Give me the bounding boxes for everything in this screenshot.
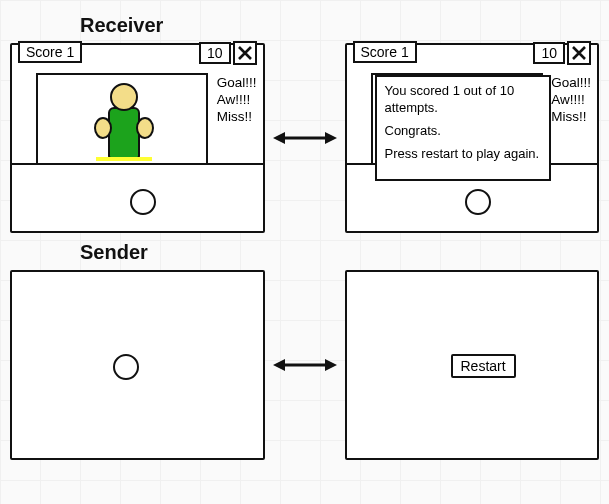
- event-feed: Goal!!! Aw!!!! Miss!!: [217, 75, 257, 126]
- score-label: Score: [361, 44, 398, 60]
- svg-marker-4: [273, 359, 285, 371]
- close-icon: [237, 45, 253, 61]
- receiver-title: Receiver: [80, 14, 599, 37]
- ball-icon[interactable]: [130, 189, 156, 215]
- modal-line: Press restart to play again.: [385, 146, 542, 163]
- ball-icon: [465, 189, 491, 215]
- score-value: 1: [401, 44, 409, 60]
- score-value: 1: [67, 44, 75, 60]
- double-arrow-icon: [273, 355, 337, 375]
- svg-marker-2: [325, 132, 337, 144]
- sender-row: Restart: [10, 270, 599, 460]
- score-badge: Score 1: [18, 41, 82, 63]
- result-modal: You scored 1 out of 10 attempts. Congrat…: [375, 75, 552, 181]
- event-feed: Goal!!! Aw!!!! Miss!!: [551, 75, 591, 126]
- feed-line: Miss!!: [217, 109, 257, 126]
- attempts-badge: 10: [533, 41, 591, 65]
- sender-panel-game: [10, 270, 265, 460]
- goalkeeper: [94, 83, 154, 165]
- attempts-value: 10: [199, 42, 231, 64]
- feed-line: Miss!!: [551, 109, 591, 126]
- sender-panel-restart: Restart: [345, 270, 600, 460]
- modal-line: You scored 1 out of 10 attempts.: [385, 83, 542, 117]
- ball-icon[interactable]: [113, 354, 139, 380]
- attempts-value: 10: [533, 42, 565, 64]
- score-badge: Score 1: [353, 41, 417, 63]
- feed-line: Aw!!!!: [551, 92, 591, 109]
- close-button[interactable]: [233, 41, 257, 65]
- receiver-panel-result: Score 1 10 Goal!!! Aw!!!! Miss!! You sco…: [345, 43, 600, 233]
- svg-marker-1: [273, 132, 285, 144]
- ground-line: [12, 163, 263, 165]
- attempts-badge: 10: [199, 41, 257, 65]
- receiver-panel-game: Score 1 10 Goal!!! Aw!!!! Miss!!: [10, 43, 265, 233]
- sender-title: Sender: [80, 241, 599, 264]
- feed-line: Goal!!!: [551, 75, 591, 92]
- restart-button[interactable]: Restart: [451, 354, 516, 378]
- close-button[interactable]: [567, 41, 591, 65]
- receiver-row: Score 1 10 Goal!!! Aw!!!! Miss!!: [10, 43, 599, 233]
- close-icon: [571, 45, 587, 61]
- svg-marker-5: [325, 359, 337, 371]
- double-arrow-icon: [273, 128, 337, 148]
- score-label: Score: [26, 44, 63, 60]
- feed-line: Goal!!!: [217, 75, 257, 92]
- modal-line: Congrats.: [385, 123, 542, 140]
- feed-line: Aw!!!!: [217, 92, 257, 109]
